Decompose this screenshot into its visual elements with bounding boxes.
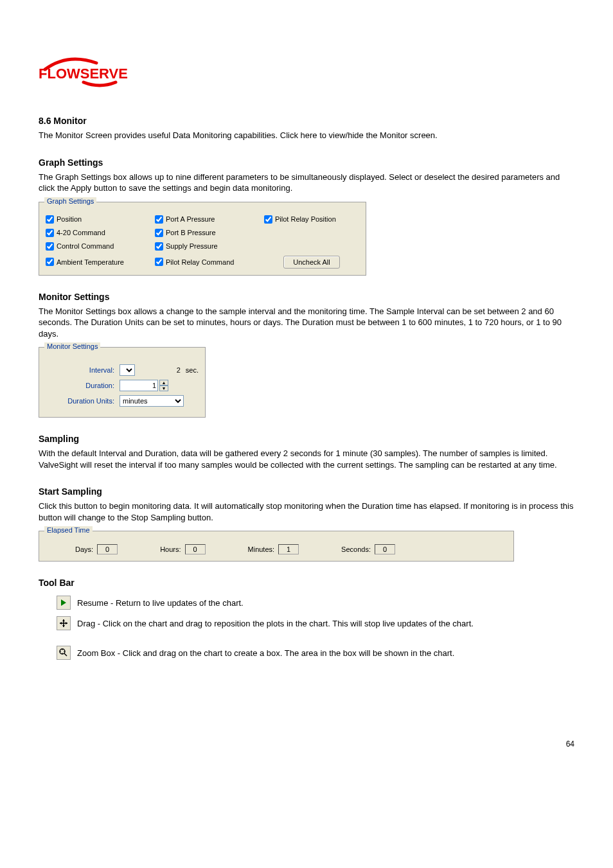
monitor-settings-text: The Monitor Settings box allows a change…: [39, 306, 574, 340]
resume-description: Resume - Return to live updates of the c…: [77, 598, 244, 608]
graph-settings-legend: Graph Settings: [44, 197, 96, 205]
interval-value: 2: [135, 366, 183, 374]
zoom-icon[interactable]: [57, 646, 71, 660]
duration-label: Duration:: [46, 382, 120, 389]
duration-units-select[interactable]: minutes: [120, 395, 184, 407]
seconds-label: Seconds:: [341, 545, 371, 553]
chk-pilot-relay-position[interactable]: Pilot Relay Position: [264, 215, 359, 224]
seconds-value: 0: [375, 544, 395, 554]
chk-420-command[interactable]: 4-20 Command: [46, 229, 155, 237]
chk-pilot-relay-command[interactable]: Pilot Relay Command: [155, 258, 264, 266]
svg-marker-6: [60, 622, 62, 624]
uncheck-all-button[interactable]: Uncheck All: [283, 256, 339, 269]
monitor-settings-legend: Monitor Settings: [44, 342, 100, 350]
hours-value: 0: [185, 544, 206, 554]
svg-marker-4: [62, 619, 65, 621]
chk-port-b-pressure[interactable]: Port B Pressure: [155, 229, 264, 237]
chk-port-a-pressure[interactable]: Port A Pressure: [155, 215, 264, 224]
graph-settings-text: The Graph Settings box allows up to nine…: [39, 172, 574, 194]
spinner-down-button[interactable]: ▼: [159, 385, 168, 391]
svg-text:FLOWSERVE: FLOWSERVE: [39, 66, 128, 82]
interval-unit: sec.: [186, 366, 199, 374]
intro-text: The Monitor Screen provides useful Data …: [39, 130, 574, 141]
elapsed-time-group: Elapsed Time Days: 0 Hours: 0 Minutes: 1…: [39, 531, 514, 562]
toolbar-heading: Tool Bar: [39, 578, 574, 588]
drag-icon[interactable]: [57, 616, 71, 630]
chk-position[interactable]: Position: [46, 215, 155, 224]
start-sampling-heading: Start Sampling: [39, 486, 574, 497]
minutes-value: 1: [278, 544, 299, 554]
zoom-description: Zoom Box - Click and drag on the chart t…: [77, 648, 454, 658]
elapsed-time-legend: Elapsed Time: [44, 526, 93, 534]
svg-line-9: [64, 653, 67, 656]
chk-control-command[interactable]: Control Command: [46, 242, 155, 251]
interval-select[interactable]: [120, 364, 135, 376]
spinner-up-button[interactable]: ▲: [159, 380, 168, 385]
play-icon[interactable]: [57, 596, 71, 610]
svg-marker-1: [61, 599, 66, 606]
section-8-6-title: 8.6 Monitor: [39, 116, 574, 126]
duration-units-label: Duration Units:: [46, 397, 120, 405]
monitor-settings-heading: Monitor Settings: [39, 292, 574, 302]
days-value: 0: [97, 544, 118, 554]
graph-settings-heading: Graph Settings: [39, 157, 574, 168]
chk-ambient-temperature[interactable]: Ambient Temperature: [46, 258, 155, 266]
sampling-text: With the default Interval and Duration, …: [39, 448, 574, 470]
svg-marker-7: [66, 622, 67, 624]
duration-spinner[interactable]: ▲ ▼: [159, 380, 168, 391]
sampling-heading: Sampling: [39, 434, 574, 444]
start-sampling-text: Click this button to begin monitoring da…: [39, 500, 574, 523]
monitor-settings-group: Monitor Settings Interval: 2 sec. Durati…: [39, 347, 206, 418]
drag-description: Drag - Click on the chart and drag to re…: [77, 619, 474, 628]
page-number: 64: [39, 740, 574, 748]
svg-marker-5: [62, 625, 65, 627]
graph-settings-group: Graph Settings Position Port A Pressure …: [39, 202, 366, 276]
minutes-label: Minutes:: [248, 545, 275, 553]
days-label: Days:: [75, 545, 93, 553]
interval-label: Interval:: [46, 366, 120, 374]
flowserve-logo: FLOWSERVE: [39, 51, 574, 90]
chk-supply-pressure[interactable]: Supply Pressure: [155, 242, 264, 251]
hours-label: Hours:: [160, 545, 181, 553]
duration-input[interactable]: [120, 380, 158, 391]
